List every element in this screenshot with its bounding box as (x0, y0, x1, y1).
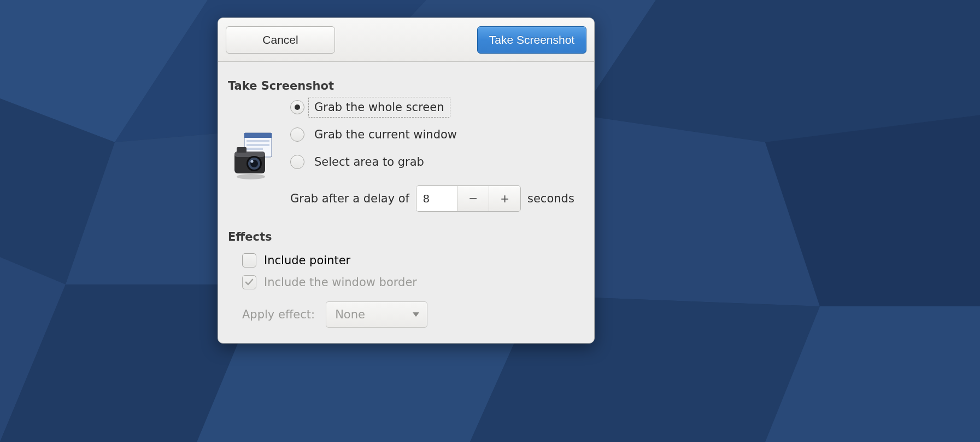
effects-section-title: Effects (228, 230, 584, 243)
include-window-border-checkbox: Include the window border (242, 275, 584, 289)
dialog-titlebar: Cancel Take Screenshot (218, 18, 594, 62)
delay-suffix-label: seconds (527, 192, 574, 205)
delay-row: Grab after a delay of − + seconds (290, 185, 584, 212)
svg-rect-21 (237, 147, 247, 153)
radio-select-area[interactable]: Select area to grab (290, 155, 584, 169)
apply-effect-row: Apply effect: None (242, 301, 584, 328)
radio-indicator (290, 127, 304, 142)
radio-grab-current-window[interactable]: Grab the current window (290, 127, 584, 142)
radio-label: Grab the whole screen (314, 101, 444, 114)
take-screenshot-button[interactable]: Take Screenshot (477, 26, 586, 54)
delay-prefix-label: Grab after a delay of (290, 192, 409, 205)
camera-screenshot-icon (232, 131, 276, 183)
checkbox-indicator (242, 253, 256, 267)
minus-icon: − (469, 190, 477, 207)
capture-section-title: Take Screenshot (228, 79, 584, 92)
delay-increment-button[interactable]: + (489, 186, 520, 211)
svg-rect-15 (244, 133, 272, 138)
include-pointer-checkbox[interactable]: Include pointer (242, 253, 584, 267)
radio-label: Grab the current window (314, 128, 457, 141)
cancel-button[interactable]: Cancel (226, 26, 335, 54)
svg-point-25 (250, 160, 253, 162)
apply-effect-combobox: None (326, 301, 427, 328)
delay-spinbutton: − + (416, 185, 521, 212)
radio-grab-whole-screen[interactable]: Grab the whole screen (290, 100, 584, 114)
svg-rect-18 (247, 148, 263, 150)
dialog-content: Take Screenshot (218, 62, 594, 343)
radio-label: Select area to grab (314, 155, 424, 168)
svg-rect-17 (247, 144, 269, 146)
radio-indicator (290, 100, 304, 114)
delay-value-input[interactable] (416, 186, 457, 211)
radio-indicator (290, 155, 304, 169)
screenshot-dialog: Cancel Take Screenshot Take Screenshot (218, 18, 595, 344)
checkbox-label: Include the window border (264, 276, 417, 289)
checkbox-indicator (242, 275, 256, 289)
delay-decrement-button[interactable]: − (457, 186, 489, 211)
plus-icon: + (501, 190, 509, 207)
chevron-down-icon (413, 312, 419, 317)
combobox-value: None (335, 308, 365, 321)
svg-rect-16 (247, 140, 269, 142)
svg-point-26 (237, 174, 265, 179)
checkbox-label: Include pointer (264, 254, 350, 267)
apply-effect-label: Apply effect: (242, 308, 315, 321)
